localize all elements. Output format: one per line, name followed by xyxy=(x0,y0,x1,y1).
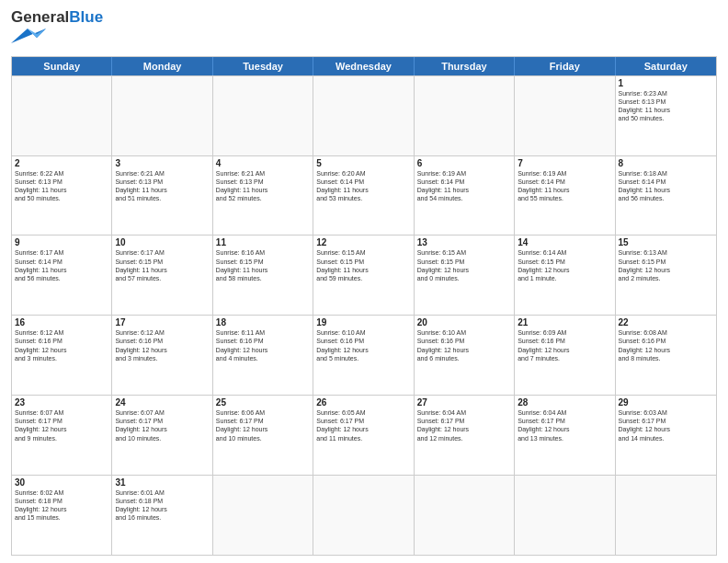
day-cell-30: 30Sunrise: 6:02 AM Sunset: 6:18 PM Dayli… xyxy=(12,476,112,555)
day-info-10: Sunrise: 6:17 AM Sunset: 6:15 PM Dayligh… xyxy=(115,248,209,282)
day-cell-12: 12Sunrise: 6:15 AM Sunset: 6:15 PM Dayli… xyxy=(313,236,414,315)
calendar-row-6: 30Sunrise: 6:02 AM Sunset: 6:18 PM Dayli… xyxy=(12,475,716,555)
day-number-9: 9 xyxy=(15,237,108,247)
day-cell-7: 7Sunrise: 6:19 AM Sunset: 6:14 PM Daylig… xyxy=(515,156,615,236)
day-number-26: 26 xyxy=(316,397,410,408)
logo-blue: Blue xyxy=(69,8,103,26)
empty-cell-r0c3 xyxy=(313,76,414,155)
day-cell-22: 22Sunrise: 6:08 AM Sunset: 6:16 PM Dayli… xyxy=(616,316,716,395)
logo-general: General xyxy=(11,8,69,26)
day-info-21: Sunrise: 6:09 AM Sunset: 6:16 PM Dayligh… xyxy=(518,328,611,362)
day-number-5: 5 xyxy=(316,158,410,168)
day-cell-15: 15Sunrise: 6:13 AM Sunset: 6:15 PM Dayli… xyxy=(616,236,716,315)
empty-cell-r0c4 xyxy=(415,76,515,155)
day-number-7: 7 xyxy=(518,158,611,168)
day-info-7: Sunrise: 6:19 AM Sunset: 6:14 PM Dayligh… xyxy=(518,169,611,202)
day-info-19: Sunrise: 6:10 AM Sunset: 6:16 PM Dayligh… xyxy=(316,328,410,362)
day-info-4: Sunrise: 6:21 AM Sunset: 6:13 PM Dayligh… xyxy=(216,169,310,202)
day-cell-26: 26Sunrise: 6:05 AM Sunset: 6:17 PM Dayli… xyxy=(313,396,414,475)
day-cell-6: 6Sunrise: 6:19 AM Sunset: 6:14 PM Daylig… xyxy=(415,156,515,236)
day-cell-5: 5Sunrise: 6:20 AM Sunset: 6:14 PM Daylig… xyxy=(313,156,414,236)
day-info-12: Sunrise: 6:15 AM Sunset: 6:15 PM Dayligh… xyxy=(316,248,410,282)
day-number-23: 23 xyxy=(15,397,108,408)
day-number-25: 25 xyxy=(216,397,310,408)
day-cell-9: 9Sunrise: 6:17 AM Sunset: 6:14 PM Daylig… xyxy=(12,236,112,315)
day-number-20: 20 xyxy=(417,317,511,327)
day-info-13: Sunrise: 6:15 AM Sunset: 6:15 PM Dayligh… xyxy=(417,248,511,282)
day-info-30: Sunrise: 6:02 AM Sunset: 6:18 PM Dayligh… xyxy=(15,488,108,522)
empty-cell-r5c6 xyxy=(616,476,716,555)
day-info-25: Sunrise: 6:06 AM Sunset: 6:17 PM Dayligh… xyxy=(216,408,310,442)
day-info-20: Sunrise: 6:10 AM Sunset: 6:16 PM Dayligh… xyxy=(417,328,511,362)
weekday-header-friday: Friday xyxy=(515,57,615,75)
day-info-16: Sunrise: 6:12 AM Sunset: 6:16 PM Dayligh… xyxy=(15,328,108,362)
day-info-22: Sunrise: 6:08 AM Sunset: 6:16 PM Dayligh… xyxy=(619,328,713,362)
day-cell-29: 29Sunrise: 6:03 AM Sunset: 6:17 PM Dayli… xyxy=(616,396,716,475)
day-cell-1: 1Sunrise: 6:23 AM Sunset: 6:13 PM Daylig… xyxy=(616,76,716,155)
day-number-17: 17 xyxy=(115,317,209,327)
day-info-6: Sunrise: 6:19 AM Sunset: 6:14 PM Dayligh… xyxy=(417,169,511,202)
empty-cell-r0c1 xyxy=(112,76,212,155)
day-cell-20: 20Sunrise: 6:10 AM Sunset: 6:16 PM Dayli… xyxy=(415,316,515,395)
day-number-27: 27 xyxy=(417,397,511,408)
day-cell-8: 8Sunrise: 6:18 AM Sunset: 6:14 PM Daylig… xyxy=(616,156,716,236)
header: GeneralBlue xyxy=(11,9,717,49)
day-cell-23: 23Sunrise: 6:07 AM Sunset: 6:17 PM Dayli… xyxy=(12,396,112,475)
empty-cell-r0c2 xyxy=(213,76,313,155)
empty-cell-r5c2 xyxy=(213,476,313,555)
day-number-31: 31 xyxy=(115,477,209,488)
day-info-23: Sunrise: 6:07 AM Sunset: 6:17 PM Dayligh… xyxy=(15,408,108,442)
day-cell-21: 21Sunrise: 6:09 AM Sunset: 6:16 PM Dayli… xyxy=(515,316,615,395)
day-number-30: 30 xyxy=(15,477,108,488)
weekday-header-thursday: Thursday xyxy=(415,57,515,75)
empty-cell-r5c4 xyxy=(415,476,515,555)
calendar-row-2: 2Sunrise: 6:22 AM Sunset: 6:13 PM Daylig… xyxy=(12,155,716,236)
calendar-row-3: 9Sunrise: 6:17 AM Sunset: 6:14 PM Daylig… xyxy=(12,235,716,315)
day-cell-16: 16Sunrise: 6:12 AM Sunset: 6:16 PM Dayli… xyxy=(12,316,112,395)
day-info-8: Sunrise: 6:18 AM Sunset: 6:14 PM Dayligh… xyxy=(619,169,713,202)
day-info-9: Sunrise: 6:17 AM Sunset: 6:14 PM Dayligh… xyxy=(15,248,108,282)
day-number-15: 15 xyxy=(619,237,713,247)
day-cell-10: 10Sunrise: 6:17 AM Sunset: 6:15 PM Dayli… xyxy=(112,236,212,315)
day-info-3: Sunrise: 6:21 AM Sunset: 6:13 PM Dayligh… xyxy=(115,169,209,202)
day-cell-24: 24Sunrise: 6:07 AM Sunset: 6:17 PM Dayli… xyxy=(112,396,212,475)
day-info-15: Sunrise: 6:13 AM Sunset: 6:15 PM Dayligh… xyxy=(619,248,713,282)
weekday-header-sunday: Sunday xyxy=(12,57,112,75)
empty-cell-r0c5 xyxy=(515,76,615,155)
logo-icon xyxy=(11,27,48,45)
day-info-26: Sunrise: 6:05 AM Sunset: 6:17 PM Dayligh… xyxy=(316,408,410,442)
weekday-header-monday: Monday xyxy=(112,57,212,75)
calendar-body: 1Sunrise: 6:23 AM Sunset: 6:13 PM Daylig… xyxy=(12,75,716,555)
day-number-6: 6 xyxy=(417,158,511,168)
calendar-header: SundayMondayTuesdayWednesdayThursdayFrid… xyxy=(12,57,716,75)
calendar-row-5: 23Sunrise: 6:07 AM Sunset: 6:17 PM Dayli… xyxy=(12,395,716,475)
weekday-header-saturday: Saturday xyxy=(616,57,716,75)
day-cell-31: 31Sunrise: 6:01 AM Sunset: 6:18 PM Dayli… xyxy=(112,476,212,555)
day-number-29: 29 xyxy=(619,397,713,408)
day-number-16: 16 xyxy=(15,317,108,327)
calendar-row-4: 16Sunrise: 6:12 AM Sunset: 6:16 PM Dayli… xyxy=(12,315,716,395)
day-cell-19: 19Sunrise: 6:10 AM Sunset: 6:16 PM Dayli… xyxy=(313,316,414,395)
day-cell-14: 14Sunrise: 6:14 AM Sunset: 6:15 PM Dayli… xyxy=(515,236,615,315)
day-number-1: 1 xyxy=(619,78,713,88)
day-info-1: Sunrise: 6:23 AM Sunset: 6:13 PM Dayligh… xyxy=(619,89,713,122)
day-number-18: 18 xyxy=(216,317,310,327)
day-info-29: Sunrise: 6:03 AM Sunset: 6:17 PM Dayligh… xyxy=(619,408,713,442)
empty-cell-r5c5 xyxy=(515,476,615,555)
day-number-10: 10 xyxy=(115,237,209,247)
day-info-24: Sunrise: 6:07 AM Sunset: 6:17 PM Dayligh… xyxy=(115,408,209,442)
day-number-21: 21 xyxy=(518,317,611,327)
day-number-19: 19 xyxy=(316,317,410,327)
day-info-2: Sunrise: 6:22 AM Sunset: 6:13 PM Dayligh… xyxy=(15,169,108,202)
day-cell-27: 27Sunrise: 6:04 AM Sunset: 6:17 PM Dayli… xyxy=(415,396,515,475)
day-number-14: 14 xyxy=(518,237,611,247)
day-info-17: Sunrise: 6:12 AM Sunset: 6:16 PM Dayligh… xyxy=(115,328,209,362)
page: GeneralBlue SundayMondayTuesdayWednesday… xyxy=(0,0,728,563)
day-number-12: 12 xyxy=(316,237,410,247)
empty-cell-r0c0 xyxy=(12,76,112,155)
day-number-24: 24 xyxy=(115,397,209,408)
day-number-4: 4 xyxy=(216,158,310,168)
day-cell-28: 28Sunrise: 6:04 AM Sunset: 6:17 PM Dayli… xyxy=(515,396,615,475)
day-info-11: Sunrise: 6:16 AM Sunset: 6:15 PM Dayligh… xyxy=(216,248,310,282)
day-info-5: Sunrise: 6:20 AM Sunset: 6:14 PM Dayligh… xyxy=(316,169,410,202)
